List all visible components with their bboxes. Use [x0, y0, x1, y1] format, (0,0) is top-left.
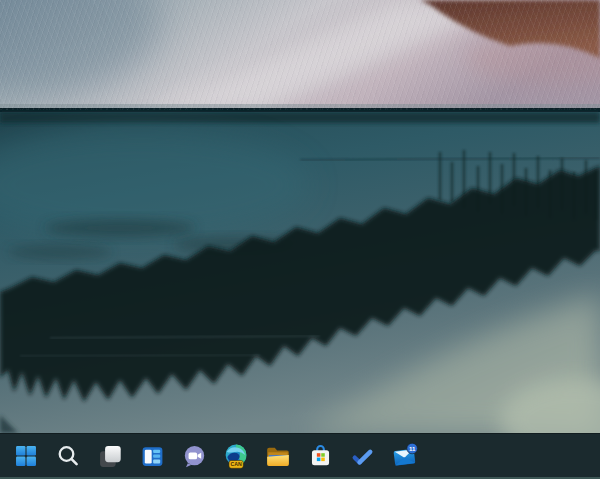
mail-unread-badge-text: 11	[408, 445, 415, 451]
taskbar-edge-canary-button[interactable]: CAN	[216, 436, 256, 476]
microsoft-store-icon	[308, 443, 333, 469]
edge-canary-badge-text: CAN	[230, 461, 241, 467]
taskbar-chat-button[interactable]	[174, 436, 214, 476]
edge-canary-badge: CAN	[229, 460, 243, 468]
todo-check-icon	[350, 444, 375, 469]
taskbar-start-button[interactable]	[6, 436, 46, 476]
taskbar-store-button[interactable]	[300, 436, 340, 476]
taskbar-file-explorer-button[interactable]	[258, 436, 298, 476]
taskbar-search-button[interactable]	[48, 436, 88, 476]
widgets-icon	[140, 444, 165, 469]
desktop: CAN	[0, 0, 600, 479]
mail-icon: 11	[391, 443, 418, 470]
search-icon	[56, 444, 80, 468]
task-view-icon	[98, 444, 123, 469]
edge-canary-icon: CAN	[223, 443, 249, 470]
taskbar: CAN	[0, 433, 600, 479]
taskbar-widgets-button[interactable]	[132, 436, 172, 476]
wallpaper	[0, 0, 600, 433]
chat-video-icon	[182, 444, 207, 469]
taskbar-todo-button[interactable]	[342, 436, 382, 476]
wallpaper-art	[0, 0, 600, 433]
mail-unread-badge: 11	[406, 443, 417, 454]
taskbar-mail-button[interactable]: 11	[384, 436, 424, 476]
taskbar-task-view-button[interactable]	[90, 436, 130, 476]
file-explorer-icon	[265, 443, 291, 469]
windows-start-icon	[13, 443, 39, 469]
